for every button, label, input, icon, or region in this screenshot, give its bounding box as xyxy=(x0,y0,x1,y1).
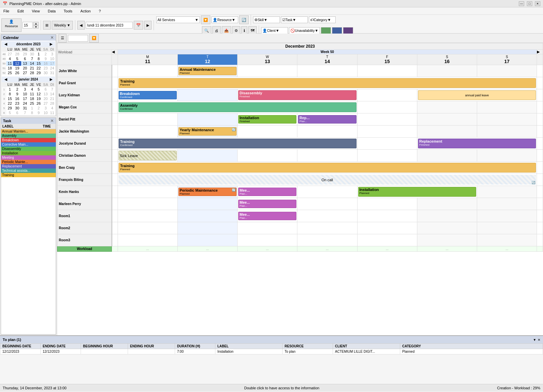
dec26[interactable]: 26 xyxy=(13,70,21,75)
dec2[interactable]: 2 xyxy=(42,52,49,56)
dec30[interactable]: 30 xyxy=(42,70,49,75)
menu-view[interactable]: View xyxy=(30,8,42,14)
event-jackie-yearly[interactable]: Yearly Maintenance Planned 🔄 xyxy=(178,127,237,136)
view-input[interactable] xyxy=(68,35,88,42)
event-lucy-breakdown[interactable]: Breakdown Confirmed xyxy=(119,91,177,99)
task-technical[interactable]: Technical assista... xyxy=(1,168,56,173)
dec24[interactable]: 24 xyxy=(49,66,55,70)
task-installation[interactable]: Installation xyxy=(1,151,56,155)
lucy-sat-sun[interactable]: annual paid leave xyxy=(417,89,537,101)
close-button[interactable]: ✕ xyxy=(535,1,540,6)
dec4[interactable]: 4 xyxy=(6,56,13,61)
dec10[interactable]: 10 xyxy=(49,56,55,61)
dec7[interactable]: 7 xyxy=(29,56,35,61)
nav-right-cell[interactable]: ▶ xyxy=(537,50,543,54)
filter-button[interactable]: 🔽 xyxy=(201,15,210,24)
event-christian-sick[interactable]: Sick Leave xyxy=(119,151,177,161)
nav-left-cell[interactable]: ◀ xyxy=(112,50,118,54)
scheduler-scroll[interactable]: December 2023 Workload ◀ Week 50 ▶ xyxy=(57,43,543,335)
num-down[interactable]: ▼ xyxy=(33,25,39,29)
nov27[interactable]: 27 xyxy=(6,52,13,56)
task-periodic[interactable]: Periodic Mainte... xyxy=(1,160,56,164)
jocelyne-training-cell[interactable]: Training Confirmed xyxy=(118,138,357,150)
dec9[interactable]: 9 xyxy=(42,56,49,61)
dec12-today[interactable]: 12 xyxy=(13,61,21,66)
event-jocelyne-replacement[interactable]: Replacement Finished xyxy=(418,139,536,149)
menu-action[interactable]: Action xyxy=(78,8,93,14)
minimize-button[interactable]: — xyxy=(519,1,524,6)
dec20[interactable]: 20 xyxy=(21,66,29,70)
event-megan-assembly[interactable]: Assembly Confirmed xyxy=(119,102,357,112)
event-kevin-meeting[interactable]: Mee... Plan... xyxy=(238,188,296,196)
dec27[interactable]: 27 xyxy=(21,70,29,75)
task-meeting[interactable]: Meeting xyxy=(1,155,56,160)
dec17[interactable]: 17 xyxy=(49,61,55,66)
dec28[interactable]: 28 xyxy=(29,70,35,75)
event-jocelyne-training[interactable]: Training Confirmed xyxy=(119,139,357,149)
bottom-close-button[interactable]: ✕ xyxy=(538,338,540,342)
task-breakdown[interactable]: Breakdown xyxy=(1,138,56,142)
dec5[interactable]: 5 xyxy=(13,56,21,61)
christian-mon[interactable]: Sick Leave xyxy=(118,150,177,162)
event-lucy-disassembly[interactable]: Disassembly Finished xyxy=(238,90,356,100)
dec19[interactable]: 19 xyxy=(13,66,21,70)
task-corrective[interactable]: Corrective Main... xyxy=(1,142,56,147)
paul-events[interactable]: Training Planned xyxy=(118,77,537,89)
megan-events[interactable]: Assembly Confirmed xyxy=(118,101,357,113)
task-replacement[interactable]: Replacement xyxy=(1,164,56,168)
bottom-collapse-button[interactable]: ▼ xyxy=(533,338,536,342)
lucy-mon[interactable]: Breakdown Confirmed xyxy=(118,89,177,101)
num-up[interactable]: ▲ xyxy=(33,22,39,25)
dec21[interactable]: 21 xyxy=(29,66,35,70)
task-training[interactable]: Training xyxy=(1,173,56,177)
event-lucy-annual-leave[interactable]: annual paid leave xyxy=(418,90,536,100)
dec29[interactable]: 29 xyxy=(35,70,42,75)
num-value[interactable]: 15 xyxy=(24,23,28,27)
dec25[interactable]: 25 xyxy=(6,70,13,75)
room1-wed[interactable]: Mee... Plan... xyxy=(238,210,297,222)
jan-prev[interactable]: ◀ xyxy=(3,77,8,82)
dec22[interactable]: 22 xyxy=(35,66,42,70)
dec16[interactable]: 16 xyxy=(42,61,49,66)
francois-events[interactable]: On call 🔄 xyxy=(118,174,537,186)
task-close[interactable]: ✕ xyxy=(50,118,54,123)
lucy-wed-thu[interactable]: Disassembly Finished xyxy=(238,89,357,101)
nov29[interactable]: 29 xyxy=(21,52,29,56)
calendar-picker-button[interactable]: 📅 xyxy=(134,21,143,30)
daniel-thu[interactable]: Rep... Plan... xyxy=(297,113,357,126)
maximize-button[interactable]: □ xyxy=(527,1,532,6)
menu-tools[interactable]: Tools xyxy=(62,8,75,14)
nov28[interactable]: 28 xyxy=(13,52,21,56)
event-francois-oncall[interactable]: On call xyxy=(119,175,536,185)
dec-next[interactable]: ▶ xyxy=(48,42,54,46)
dec15[interactable]: 15 xyxy=(35,61,42,66)
event-daniel-installation[interactable]: Installation Finished xyxy=(238,115,296,124)
kevin-tue[interactable]: Periodic Maintenance Planned 🔄 xyxy=(177,186,237,198)
next-week-button[interactable]: ▶ xyxy=(144,21,152,30)
john-tue[interactable]: Annual Maintenance Planned xyxy=(177,65,237,77)
event-kevin-installation[interactable]: Installation Planned xyxy=(358,187,476,197)
kevin-fri-sat[interactable]: Installation Planned xyxy=(357,186,477,198)
dec11[interactable]: 11 xyxy=(6,61,13,66)
marleen-wed[interactable]: Mee... Plan... xyxy=(238,198,297,210)
event-ben-training[interactable]: Training Planned xyxy=(119,163,536,173)
dec6[interactable]: 6 xyxy=(21,56,29,61)
task-assembly[interactable]: Assembly xyxy=(1,134,56,138)
to-plan-row-1[interactable]: 12/12/2023 12/12/2023 7:00 Installation … xyxy=(0,349,543,354)
dec23[interactable]: 23 xyxy=(42,66,49,70)
dec3[interactable]: 3 xyxy=(49,52,55,56)
dec14[interactable]: 14 xyxy=(29,61,35,66)
view-toggle-button[interactable]: ⊞ xyxy=(43,21,51,30)
menu-help[interactable]: ? xyxy=(97,8,103,14)
view-list-button[interactable]: ☰ xyxy=(58,34,67,43)
dec13[interactable]: 13 xyxy=(21,61,29,66)
dec8[interactable]: 8 xyxy=(35,56,42,61)
menu-file[interactable]: File xyxy=(1,8,11,14)
dec1[interactable]: 1 xyxy=(35,52,42,56)
menu-data[interactable]: Data xyxy=(46,8,57,14)
ben-events[interactable]: Training Planned xyxy=(118,162,537,174)
event-paul-training[interactable]: Training Planned xyxy=(119,78,536,88)
event-daniel-replacement[interactable]: Rep... Plan... xyxy=(298,115,356,124)
calendar-close[interactable]: ✕ xyxy=(50,35,54,40)
dec18[interactable]: 18 xyxy=(6,66,13,70)
